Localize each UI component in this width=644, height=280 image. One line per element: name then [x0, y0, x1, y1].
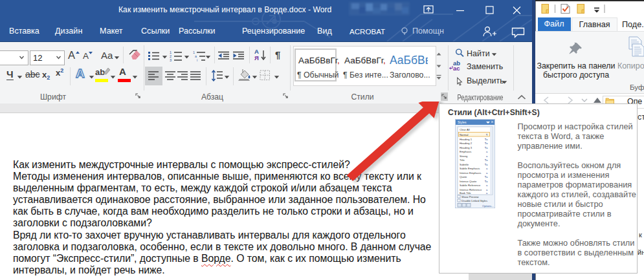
svg-text:Options...: Options... — [482, 204, 494, 208]
svg-text:Strong: Strong — [460, 155, 468, 158]
svg-text:¶a: ¶a — [485, 175, 488, 178]
svg-text:i: i — [197, 58, 197, 61]
svg-text:¶a: ¶a — [485, 146, 488, 149]
svg-text:Intense Reference: Intense Reference — [460, 188, 482, 191]
svg-text:Heading 3: Heading 3 — [460, 146, 472, 149]
svg-text:Title: Title — [460, 158, 465, 162]
svg-text:Show Preview: Show Preview — [461, 195, 480, 199]
svg-text:¶a: ¶a — [485, 138, 488, 141]
svg-text:Normal: Normal — [460, 133, 469, 136]
svg-text:Emphasis: Emphasis — [460, 150, 471, 153]
svg-text:3: 3 — [170, 58, 172, 61]
svg-text:¶a: ¶a — [485, 180, 488, 183]
svg-text:Intense Quote: Intense Quote — [460, 180, 477, 183]
svg-text:Disable Linked Styles: Disable Linked Styles — [461, 199, 487, 202]
svg-text:¶a: ¶a — [485, 163, 488, 166]
svg-text:Styles: Styles — [458, 120, 467, 124]
svg-text:¶a: ¶a — [485, 158, 488, 162]
svg-text:¶a: ¶a — [485, 142, 488, 145]
svg-text:Quote: Quote — [460, 175, 467, 178]
svg-text:Book Title: Book Title — [460, 191, 471, 195]
svg-text:Subtle Emphasis: Subtle Emphasis — [460, 167, 480, 170]
svg-text:Heading 2: Heading 2 — [460, 142, 472, 145]
svg-text:Subtitle: Subtitle — [460, 163, 469, 166]
svg-text:Heading 1: Heading 1 — [460, 138, 472, 141]
svg-text:Clear All: Clear All — [460, 128, 470, 131]
svg-text:Intense Emphasis: Intense Emphasis — [460, 171, 481, 175]
svg-text:Subtle Reference: Subtle Reference — [460, 184, 481, 187]
